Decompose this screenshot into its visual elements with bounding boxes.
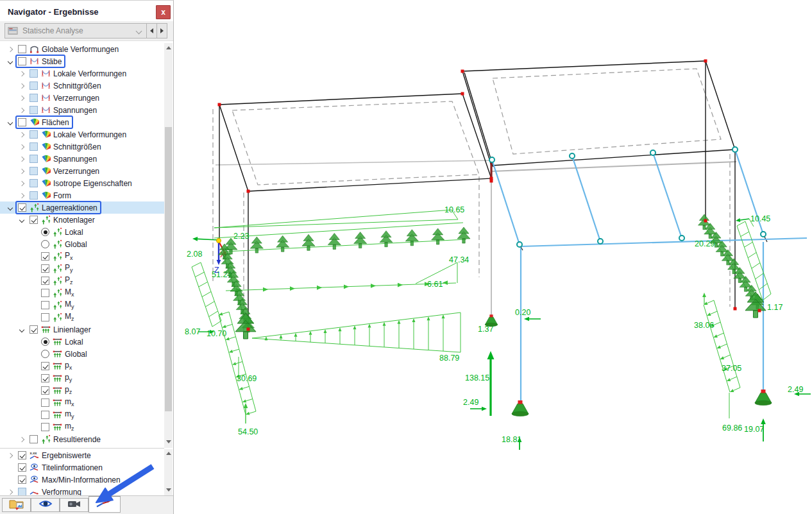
tree-item-max-min-informationen[interactable]: Max/Min-Informationen: [0, 474, 164, 486]
tree-item-mx[interactable]: mx: [0, 397, 164, 409]
checkbox-checked[interactable]: [18, 451, 26, 459]
checkbox-unchecked[interactable]: [41, 398, 49, 407]
tree-item-lokal[interactable]: Lokal: [0, 226, 164, 238]
chevron-right-icon[interactable]: [17, 169, 27, 173]
checkbox-unchecked[interactable]: [41, 301, 49, 309]
checkbox-partial[interactable]: [30, 179, 38, 187]
chevron-right-icon[interactable]: [17, 96, 27, 100]
checkbox-checked[interactable]: [18, 463, 26, 472]
checkbox-unchecked[interactable]: [41, 423, 49, 431]
checkbox-unchecked[interactable]: [18, 45, 26, 53]
tree-item-my[interactable]: my: [0, 409, 164, 421]
chevron-down-icon[interactable]: [17, 218, 27, 222]
tree-item-global[interactable]: Global: [0, 348, 164, 360]
checkbox-unchecked[interactable]: [41, 313, 49, 321]
checkbox-partial[interactable]: [30, 167, 38, 175]
analysis-type-combo[interactable]: Statische Analyse: [4, 23, 147, 39]
chevron-right-icon[interactable]: [17, 157, 27, 161]
radio-selected[interactable]: [41, 228, 49, 236]
tree-item-spannungen[interactable]: Spannungen: [0, 104, 164, 116]
chevron-right-icon[interactable]: [17, 438, 27, 441]
tree-item-mz[interactable]: Mz: [0, 311, 164, 323]
tree-item-py[interactable]: Py: [0, 262, 164, 275]
tree-item-global[interactable]: Global: [0, 238, 164, 250]
scroll-up-icon[interactable]: [165, 450, 171, 456]
checkbox-partial[interactable]: [30, 130, 38, 139]
checkbox-partial[interactable]: [30, 191, 38, 200]
checkbox-checked[interactable]: [18, 475, 26, 484]
tree-item-lokale-verformungen[interactable]: Lokale Verformungen: [0, 67, 164, 80]
checkbox-checked[interactable]: [41, 374, 49, 382]
checkbox-checked[interactable]: [41, 252, 49, 261]
checkbox-checked[interactable]: [30, 216, 38, 224]
tree-item-pz[interactable]: pz: [0, 384, 164, 397]
tab-data-panels[interactable]: [2, 498, 31, 512]
checkbox-unchecked[interactable]: [30, 435, 38, 443]
tree-item-lokale-verformungen[interactable]: Lokale Verformungen: [0, 128, 164, 141]
chevron-right-icon[interactable]: [17, 72, 27, 76]
checkbox-checked[interactable]: [30, 325, 38, 334]
tree-item-st-be[interactable]: Stäbe: [0, 55, 164, 67]
tab-views[interactable]: [60, 498, 89, 512]
scroll-down-icon[interactable]: [165, 439, 171, 445]
chevron-right-icon[interactable]: [17, 108, 27, 112]
tree-item-globale-verformungen[interactable]: Globale Verformungen: [0, 43, 164, 55]
scroll-down-icon[interactable]: [165, 487, 171, 493]
tree-item-resultierende[interactable]: Resultierende: [0, 433, 164, 445]
checkbox-unchecked[interactable]: [18, 57, 26, 65]
radio-unselected[interactable]: [41, 350, 49, 358]
chevron-right-icon[interactable]: [17, 145, 27, 149]
tree-item-mz[interactable]: mz: [0, 421, 164, 433]
tree-item-knotenlager[interactable]: Knotenlager: [0, 214, 164, 226]
checkbox-checked[interactable]: [41, 277, 49, 285]
tree-item-mx[interactable]: Mx: [0, 287, 164, 299]
checkbox-checked[interactable]: [18, 203, 26, 212]
checkbox-unchecked[interactable]: [41, 411, 49, 419]
chevron-right-icon[interactable]: [5, 454, 15, 458]
chevron-right-icon[interactable]: [17, 84, 27, 88]
chevron-down-icon[interactable]: [5, 60, 15, 64]
chevron-down-icon[interactable]: [5, 121, 15, 124]
scrollbar-thumb[interactable]: [165, 127, 172, 411]
panel-titlebar[interactable]: Navigator - Ergebnisse x: [0, 3, 173, 21]
checkbox-unchecked[interactable]: [18, 118, 26, 126]
checkbox-partial[interactable]: [30, 106, 38, 114]
chevron-right-icon[interactable]: [5, 490, 15, 494]
scroll-up-icon[interactable]: [165, 45, 171, 51]
checkbox-partial[interactable]: [30, 81, 38, 90]
tree-item-lokal[interactable]: Lokal: [0, 336, 164, 348]
lower-scrollbar[interactable]: [164, 449, 173, 495]
tree-item-spannungen[interactable]: Spannungen: [0, 153, 164, 165]
tree-item-lagerreaktionen[interactable]: Lagerreaktionen: [0, 201, 164, 214]
close-button[interactable]: x: [156, 5, 171, 19]
checkbox-partial[interactable]: [30, 94, 38, 102]
tree-item-titelinformationen[interactable]: Titelinformationen: [0, 461, 164, 474]
tree-item-fl-chen[interactable]: Flächen: [0, 116, 164, 128]
chevron-right-icon[interactable]: [5, 47, 15, 51]
tab-results[interactable]: [89, 496, 121, 513]
tree-item-verzerrungen[interactable]: Verzerrungen: [0, 165, 164, 177]
chevron-right-icon[interactable]: [17, 194, 27, 198]
tree-item-px[interactable]: px: [0, 360, 164, 372]
tree-item-py[interactable]: py: [0, 372, 164, 384]
checkbox-partial[interactable]: [30, 155, 38, 163]
tree-item-linienlager[interactable]: Linienlager: [0, 323, 164, 336]
checkbox-checked[interactable]: [41, 362, 49, 370]
checkbox-checked[interactable]: [41, 264, 49, 273]
chevron-down-icon[interactable]: [5, 206, 15, 210]
checkbox-checked[interactable]: [41, 386, 49, 395]
checkbox-partial[interactable]: [30, 69, 38, 78]
tree-item-schnittgr-en[interactable]: Schnittgrößen: [0, 141, 164, 153]
next-case-button[interactable]: [157, 23, 167, 39]
tree-item-my[interactable]: My: [0, 299, 164, 311]
tree-item-verzerrungen[interactable]: Verzerrungen: [0, 92, 164, 104]
tree-item-form[interactable]: Form: [0, 189, 164, 201]
tree-item-pz[interactable]: Pz: [0, 275, 164, 287]
tree-item-isotrope-eigenschaften[interactable]: Isotrope Eigenschaften: [0, 177, 164, 189]
tree-item-ergebniswerte[interactable]: x.xxErgebniswerte: [0, 449, 164, 461]
tab-display[interactable]: [31, 498, 60, 512]
checkbox-partial[interactable]: [30, 142, 38, 151]
tree-scrollbar[interactable]: [164, 43, 173, 448]
chevron-down-icon[interactable]: [17, 328, 27, 332]
tree-item-schnittgr-en[interactable]: Schnittgrößen: [0, 80, 164, 92]
